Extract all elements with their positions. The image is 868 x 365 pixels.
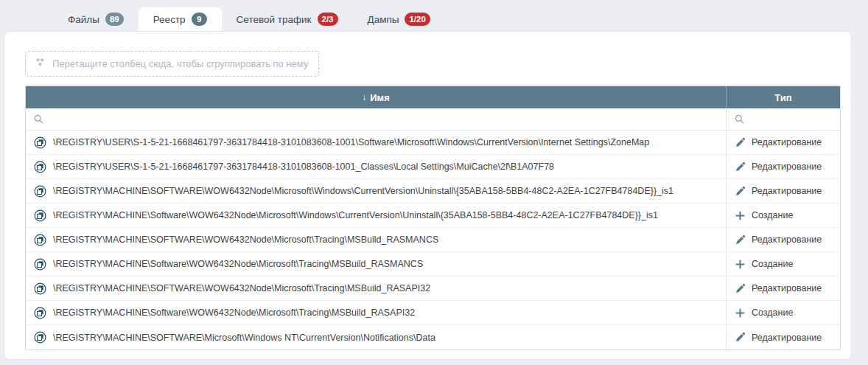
column-header-name-label: Имя [370, 92, 390, 103]
type-label: Создание [752, 259, 793, 269]
plus-icon [734, 258, 746, 270]
type-label: Создание [752, 307, 793, 318]
group-icon [35, 57, 46, 70]
registry-key-icon [34, 234, 46, 246]
type-filter-input[interactable] [749, 114, 868, 125]
registry-path: \REGISTRY\MACHINE\Software\WOW6432Node\M… [53, 259, 423, 269]
registry-key-icon [34, 307, 46, 319]
table-row[interactable]: \REGISTRY\MACHINE\Software\WOW6432Node\M… [26, 252, 840, 277]
pencil-icon [734, 332, 746, 344]
type-label: Редактирование [752, 137, 822, 147]
sort-descending-icon: ↓ [362, 92, 366, 102]
tab-dumps-label: Дампы [368, 14, 399, 25]
name-cell: \REGISTRY\MACHINE\SOFTWARE\Microsoft\Win… [26, 325, 726, 350]
name-filter-cell [26, 108, 726, 130]
group-by-drop-zone[interactable]: Перетащите столбец сюда, чтобы сгруппиро… [25, 51, 319, 77]
name-cell: \REGISTRY\MACHINE\Software\WOW6432Node\M… [26, 204, 726, 227]
type-cell: Редактирование [726, 131, 840, 154]
name-cell: \REGISTRY\MACHINE\SOFTWARE\WOW6432Node\M… [26, 228, 726, 251]
registry-count-badge: 9 [192, 13, 207, 26]
type-cell: Создание [726, 301, 840, 324]
name-cell: \REGISTRY\MACHINE\Software\WOW6432Node\M… [26, 301, 726, 324]
registry-path: \REGISTRY\MACHINE\SOFTWARE\WOW6432Node\M… [53, 186, 673, 196]
pencil-icon [734, 234, 746, 246]
name-filter-input[interactable] [49, 114, 718, 125]
group-by-hint-text: Перетащите столбец сюда, чтобы сгруппиро… [52, 58, 308, 69]
table-row[interactable]: \REGISTRY\MACHINE\Software\WOW6432Node\M… [26, 204, 840, 228]
search-icon [34, 114, 43, 124]
pencil-icon [734, 185, 746, 197]
name-cell: \REGISTRY\MACHINE\SOFTWARE\WOW6432Node\M… [26, 277, 726, 300]
name-cell: \REGISTRY\USER\S-1-5-21-1668461797-36317… [26, 131, 726, 154]
type-label: Редактирование [752, 186, 822, 196]
table-row[interactable]: \REGISTRY\MACHINE\SOFTWARE\Microsoft\Win… [26, 325, 840, 350]
type-cell: Редактирование [726, 179, 840, 203]
registry-path: \REGISTRY\USER\S-1-5-21-1668461797-36317… [53, 161, 554, 172]
registry-path: \REGISTRY\USER\S-1-5-21-1668461797-36317… [53, 137, 649, 147]
registry-key-icon [34, 209, 46, 222]
pencil-icon [734, 161, 746, 173]
registry-key-icon [34, 258, 46, 271]
type-filter-cell [726, 108, 840, 130]
type-label: Редактирование [752, 161, 822, 172]
type-cell: Редактирование [726, 277, 840, 300]
column-header-type-label: Тип [774, 92, 791, 103]
type-cell: Создание [726, 252, 840, 276]
registry-key-icon [34, 161, 46, 173]
type-label: Редактирование [752, 234, 822, 245]
tab-registry-label: Реестр [153, 14, 186, 25]
tab-registry[interactable]: Реестр 9 [139, 7, 222, 31]
files-count-badge: 89 [105, 13, 124, 26]
column-header-name[interactable]: ↓ Имя [26, 86, 726, 108]
network-traffic-count-badge: 2/3 [318, 13, 338, 26]
type-cell: Редактирование [726, 228, 840, 251]
pencil-icon [734, 282, 746, 294]
registry-path: \REGISTRY\MACHINE\SOFTWARE\WOW6432Node\M… [53, 283, 430, 293]
registry-key-icon [34, 136, 46, 149]
grid-header: ↓ Имя Тип [26, 86, 840, 108]
tab-network-traffic-label: Сетевой трафик [237, 14, 312, 25]
type-label: Редактирование [752, 283, 822, 293]
table-row[interactable]: \REGISTRY\USER\S-1-5-21-1668461797-36317… [26, 131, 840, 155]
type-cell: Редактирование [726, 155, 840, 178]
type-cell: Редактирование [726, 325, 840, 350]
type-label: Редактирование [752, 333, 822, 343]
table-row[interactable]: \REGISTRY\USER\S-1-5-21-1668461797-36317… [26, 155, 840, 179]
table-row[interactable]: \REGISTRY\MACHINE\Software\WOW6432Node\M… [26, 301, 840, 325]
table-row[interactable]: \REGISTRY\MACHINE\SOFTWARE\WOW6432Node\M… [26, 179, 840, 204]
table-row[interactable]: \REGISTRY\MACHINE\SOFTWARE\WOW6432Node\M… [26, 228, 840, 252]
registry-key-icon [34, 331, 46, 344]
tab-files-label: Файлы [68, 14, 99, 25]
pencil-icon [734, 136, 746, 148]
tab-dumps[interactable]: Дампы 1/20 [353, 7, 445, 31]
registry-path: \REGISTRY\MACHINE\Software\WOW6432Node\M… [53, 210, 658, 220]
dumps-count-badge: 1/20 [405, 13, 430, 26]
name-cell: \REGISTRY\MACHINE\Software\WOW6432Node\M… [26, 252, 726, 276]
search-icon [735, 114, 744, 124]
table-row[interactable]: \REGISTRY\MACHINE\SOFTWARE\WOW6432Node\M… [26, 277, 840, 301]
plus-icon [734, 209, 746, 221]
tab-network-traffic[interactable]: Сетевой трафик 2/3 [222, 7, 353, 31]
plus-icon [734, 307, 746, 319]
column-header-type[interactable]: Тип [726, 86, 840, 108]
type-label: Создание [752, 210, 793, 220]
registry-key-icon [34, 185, 46, 198]
registry-path: \REGISTRY\MACHINE\SOFTWARE\WOW6432Node\M… [53, 234, 438, 245]
tab-bar: Файлы 89 Реестр 9 Сетевой трафик 2/3 Дам… [53, 7, 445, 31]
filter-row [26, 108, 840, 131]
registry-grid: ↓ Имя Тип [25, 86, 841, 350]
registry-key-icon [34, 282, 46, 295]
registry-panel: Перетащите столбец сюда, чтобы сгруппиро… [4, 31, 852, 360]
registry-path: \REGISTRY\MACHINE\Software\WOW6432Node\M… [53, 307, 415, 318]
name-cell: \REGISTRY\MACHINE\SOFTWARE\WOW6432Node\M… [26, 179, 726, 203]
type-cell: Создание [726, 204, 840, 227]
name-cell: \REGISTRY\USER\S-1-5-21-1668461797-36317… [26, 155, 726, 178]
tab-files[interactable]: Файлы 89 [53, 7, 139, 31]
registry-path: \REGISTRY\MACHINE\SOFTWARE\Microsoft\Win… [53, 333, 435, 343]
